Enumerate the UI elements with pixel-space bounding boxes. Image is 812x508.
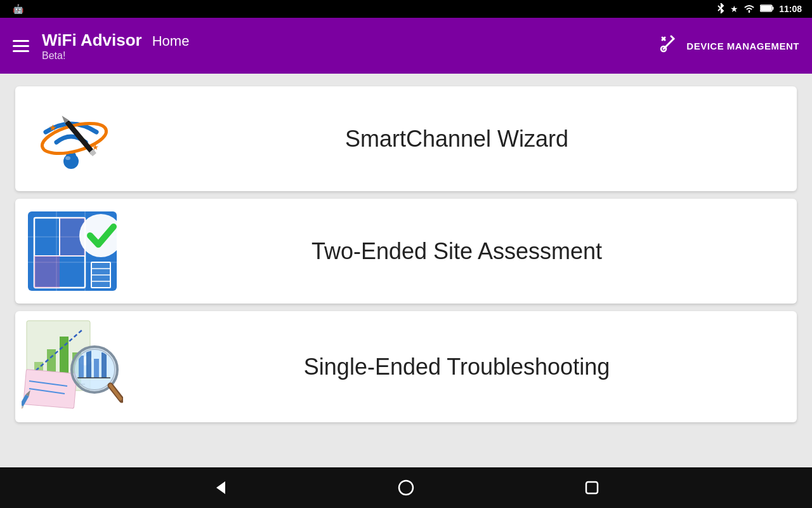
svg-text:★: ★ <box>49 123 57 133</box>
hamburger-menu[interactable] <box>13 40 29 52</box>
svg-rect-34 <box>34 256 60 288</box>
site-assessment-icon <box>22 205 123 297</box>
back-button[interactable] <box>205 472 235 503</box>
svg-point-63 <box>399 481 413 495</box>
status-left: 🤖 <box>10 4 709 14</box>
svg-line-1 <box>718 8 721 11</box>
status-bar-icons: ★ 11:08 <box>716 3 802 15</box>
svg-point-36 <box>79 214 122 257</box>
svg-rect-58 <box>86 349 91 378</box>
recents-button[interactable] <box>577 472 607 503</box>
app-bar: WiFi Advisor Home Beta! <box>0 18 812 74</box>
status-bar: 🤖 ★ 11:08 <box>0 0 812 18</box>
device-management-label: DEVICE MANAGEMENT <box>686 41 799 51</box>
smartchannel-icon: ★ ★ <box>23 93 122 185</box>
troubleshooting-card[interactable]: Single-Ended Troubleshooting <box>15 311 797 422</box>
status-time: 11:08 <box>779 4 802 14</box>
site-assessment-label: Two-Ended Site Assessment <box>129 238 797 265</box>
device-management-button[interactable]: DEVICE MANAGEMENT <box>660 35 799 57</box>
smartchannel-label: SmartChannel Wizard <box>129 126 797 152</box>
svg-rect-60 <box>102 352 107 378</box>
troubleshooting-label: Single-Ended Troubleshooting <box>129 354 797 380</box>
svg-line-0 <box>718 6 721 8</box>
troubleshooting-icon <box>22 318 123 416</box>
battery-icon <box>760 4 774 14</box>
svg-marker-62 <box>216 481 225 494</box>
app-home-label: Home <box>152 33 190 50</box>
svg-rect-4 <box>761 6 771 11</box>
site-assessment-icon-area <box>15 199 129 304</box>
app-subtitle: Beta! <box>42 50 189 62</box>
main-content: ★ ★ SmartChannel Wizard <box>0 74 812 467</box>
app-bar-left: WiFi Advisor Home Beta! <box>13 30 189 62</box>
home-button[interactable] <box>391 472 421 503</box>
app-title: WiFi Advisor <box>42 30 142 50</box>
smartchannel-icon-area: ★ ★ <box>15 86 129 191</box>
svg-point-21 <box>65 156 70 160</box>
app-title-group: WiFi Advisor Home Beta! <box>42 30 189 62</box>
wifi-icon <box>743 4 755 15</box>
svg-rect-64 <box>586 482 598 493</box>
svg-point-20 <box>63 154 79 169</box>
site-assessment-card[interactable]: Two-Ended Site Assessment <box>15 199 797 304</box>
svg-rect-57 <box>79 356 84 378</box>
android-icon: 🤖 <box>13 4 23 14</box>
svg-rect-3 <box>773 7 774 10</box>
svg-rect-59 <box>94 359 99 378</box>
star-icon: ★ <box>730 4 738 14</box>
svg-line-9 <box>671 36 674 39</box>
smartchannel-card[interactable]: ★ ★ SmartChannel Wizard <box>15 86 797 191</box>
nav-bar <box>0 467 812 508</box>
app-title-row: WiFi Advisor Home <box>42 30 189 50</box>
bluetooth-icon <box>716 3 725 15</box>
troubleshooting-icon-area <box>15 311 129 422</box>
tools-icon <box>660 35 678 57</box>
